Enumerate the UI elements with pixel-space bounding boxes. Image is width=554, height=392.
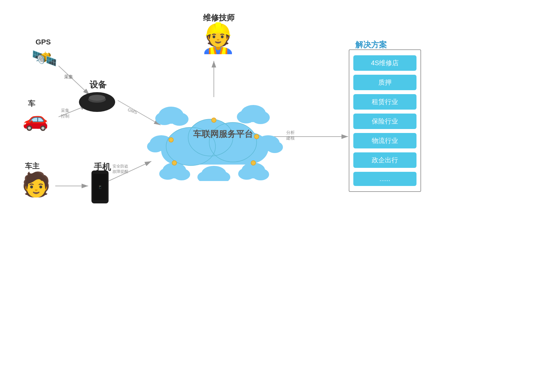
svg-point-38 [169,138,173,142]
solution-btn-3[interactable]: 保险行业 [353,114,416,129]
solution-btn-0[interactable]: 4S维修店 [353,55,416,71]
label-phone-alert: 安全防盗故障提醒 [113,164,128,174]
phone-icon: 📱 [91,170,109,203]
solution-btn-2[interactable]: 租赁行业 [353,94,416,110]
carowner-icon: 🧑 [21,170,51,198]
diagram-container: GPS 🛰️ 车 🚗 车主 🧑 采集 采集 采集控制 设备 GMS 手机 📱 安… [0,0,554,392]
platform-label: 车联网服务平台 [187,128,259,140]
car-icon: 🚗 [22,107,49,132]
svg-point-22 [173,169,190,180]
solution-btn-5[interactable]: 政企出行 [353,152,416,168]
technician-icon: 👷 [200,24,236,53]
svg-point-28 [252,169,269,180]
carowner-label: 车主 [25,161,39,171]
svg-point-42 [172,161,177,165]
svg-point-13 [251,111,270,124]
solution-btn-1[interactable]: 质押 [353,75,416,90]
arrows-svg [0,0,554,392]
solution-title: 解决方案 [355,39,387,50]
device-label: 设备 [89,79,107,91]
device-icon [79,92,115,112]
svg-point-39 [212,118,216,122]
label-gps-collect-text: 采集 [64,74,73,80]
solution-btn-6[interactable]: ...... [353,172,416,186]
label-car-collect-text: 采集控制 [61,108,69,119]
svg-point-19 [266,141,283,153]
svg-point-41 [251,161,256,165]
solution-box: 4S维修店 质押 租赁行业 保险行业 物流行业 政企出行 ...... [349,49,421,192]
gps-label: GPS [36,38,51,46]
svg-line-1 [59,66,89,95]
solution-btn-4[interactable]: 物流行业 [353,133,416,148]
svg-point-10 [170,113,189,126]
label-analyze: 分析建模 [286,130,295,141]
label-gms: GMS [127,107,138,115]
gps-icon: 🛰️ [31,46,58,71]
